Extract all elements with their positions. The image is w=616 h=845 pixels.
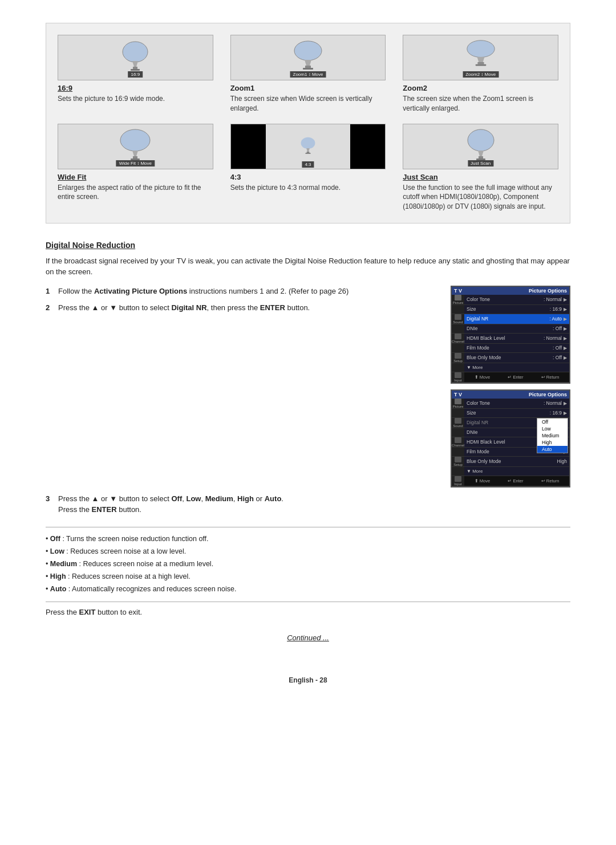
mode-image-16-9: 16:9: [58, 35, 213, 80]
tv-menu-footer-1: ⬆ Move ↵ Enter ↩ Return: [464, 372, 569, 382]
page-footer: English - 28: [46, 676, 570, 684]
dropdown-low: Low: [537, 425, 568, 432]
mode-image-justscan: Just Scan: [403, 124, 558, 169]
option-off: • Off : Turns the screen noise reduction…: [46, 533, 570, 545]
mode-zoom1-title: Zoom1: [230, 84, 386, 92]
tv-menu-row-more: ▼ More: [452, 363, 569, 372]
svg-rect-8: [305, 66, 311, 68]
tv-sidebar-empty5: [452, 409, 464, 417]
svg-marker-2: [132, 61, 138, 67]
option-medium: • Medium : Reduces screen noise at a med…: [46, 558, 570, 570]
tv-menu-row: Picture Color Tone : Normal ▶: [452, 295, 569, 305]
tv-menu-row: Setup Blue Only Mode : Off ▶: [452, 353, 569, 363]
tv-menu-content: Color Tone : Normal ▶: [464, 295, 569, 304]
tv-label-1: T V: [454, 288, 462, 294]
exit-text: Press the EXIT button to exit.: [46, 608, 570, 616]
tv-menu-content: Digital NR : Auto ▶: [464, 314, 569, 324]
step-1: 1 Follow the Activating Picture Options …: [46, 286, 439, 297]
footer-text: English - 28: [289, 676, 327, 684]
option-auto: • Auto : Automatically recognizes and re…: [46, 583, 570, 595]
svg-rect-4: [131, 69, 140, 71]
step-3-num: 3: [46, 493, 56, 515]
tv-menus: T V Picture Options Picture Color Tone: [451, 286, 570, 488]
tv-sidebar-input2: Input: [452, 476, 464, 486]
mode-item-zoom2: Zoom2 ↕ Move Zoom2 The screen size when …: [403, 35, 558, 113]
step-3-text-container: 3 Press the ▲ or ▼ button to select Off,…: [46, 493, 570, 521]
tv-menu-content: ▼ More: [464, 467, 569, 476]
tv-sidebar-empty8: [452, 467, 464, 476]
tv-menu-content: Size : 16:9 ▶: [464, 305, 569, 314]
tv-menu-row: Channel HDMI Black Level : Normal ▶: [452, 334, 569, 344]
mode-16-9-desc: Sets the picture to 16:9 wide mode.: [58, 94, 213, 104]
option-high: • High : Reduces screen noise at a high …: [46, 571, 570, 582]
mode-zoom1-bar: Zoom1 ↕ Move: [290, 71, 326, 78]
options-section: • Off : Turns the screen noise reduction…: [46, 527, 570, 602]
svg-rect-23: [305, 153, 310, 154]
tv-menu-row: Setup Blue Only Mode High: [452, 457, 569, 467]
tv-sidebar-empty4: [452, 363, 464, 372]
footer-enter: ↵ Enter: [508, 373, 523, 381]
tv-sidebar-picture2: Picture: [452, 399, 464, 408]
modes-grid: 16:9 16:9 Sets the picture to 16:9 wide …: [58, 35, 558, 212]
step-1-num: 1: [46, 286, 56, 297]
page-content: 16:9 16:9 Sets the picture to 16:9 wide …: [46, 23, 570, 684]
tv-sidebar-empty3: [452, 344, 464, 352]
steps-container: 1 Follow the Activating Picture Options …: [46, 286, 570, 488]
svg-marker-12: [477, 56, 484, 62]
footer-return-2: ↩ Return: [541, 477, 560, 485]
tv-sidebar-setup: Setup: [452, 353, 464, 363]
svg-rect-3: [133, 67, 137, 69]
tv-menu-2-header: T V Picture Options: [452, 391, 569, 399]
mode-image-zoom1: Zoom1 ↕ Move: [230, 35, 386, 80]
tv-sidebar-empty6: [452, 428, 464, 437]
svg-marker-17: [132, 151, 138, 156]
options-label-2: Picture Options: [529, 392, 567, 397]
footer-return: ↩ Return: [541, 373, 560, 381]
svg-rect-22: [307, 151, 310, 152]
tv-menu-content: Blue Only Mode High: [464, 457, 569, 466]
tv-sidebar-channel: Channel: [452, 334, 464, 343]
svg-rect-14: [475, 64, 486, 66]
dropdown-auto: Auto: [537, 446, 568, 453]
section-title: Digital Noise Reduction: [46, 241, 570, 250]
mode-43-desc: Sets the picture to 4:3 normal mode.: [230, 183, 386, 193]
tv-menu-row: Picture Color Tone : Normal ▶: [452, 399, 569, 409]
svg-rect-18: [133, 156, 137, 159]
dropdown-off: Off: [537, 419, 568, 425]
mode-widefit-title: Wide Fit: [58, 173, 213, 181]
tv-menu-content: Size : 16:9 ▶: [464, 409, 569, 417]
tv-menu-content: Film Mode : Off ▶: [464, 344, 569, 352]
mode-16-9-bar: 16:9: [128, 71, 143, 78]
footer-move-2: ⬆ Move: [475, 477, 490, 485]
step-3-row: 3 Press the ▲ or ▼ button to select Off,…: [46, 493, 570, 521]
mode-justscan-title: Just Scan: [403, 173, 558, 181]
tv-sidebar-empty2: [452, 324, 464, 333]
svg-marker-26: [478, 151, 484, 156]
tv-sidebar-channel2: Channel: [452, 437, 464, 447]
tv-menu-row: Film Mode : Off ▶: [452, 344, 569, 353]
tv-menu-content: DNIe : Off ▶: [464, 324, 569, 333]
dropdown-high: High: [537, 439, 568, 446]
mode-zoom1-desc: The screen size when Wide screen is vert…: [230, 94, 386, 113]
tv-label-2: T V: [454, 392, 462, 397]
svg-marker-7: [305, 60, 311, 66]
mode-justscan-desc: Use the function to see the full image w…: [403, 183, 558, 212]
tv-menu-footer-2: ⬆ Move ↵ Enter ↩ Return: [464, 476, 569, 486]
tv-menu-row-more2: ▼ More: [452, 467, 569, 476]
step-2-num: 2: [46, 302, 56, 314]
tv-menu-content: Color Tone : Normal ▶: [464, 399, 569, 408]
mode-43-bar: 4:3: [302, 161, 314, 168]
mode-image-widefit: Wide Fit ↕ Move: [58, 124, 213, 169]
tv-menu-content: HDMI Black Level : Normal ▶: [464, 334, 569, 343]
mode-item-16-9: 16:9 16:9 Sets the picture to 16:9 wide …: [58, 35, 213, 113]
tv-sidebar-empty: [452, 305, 464, 314]
mode-item-justscan: Just Scan Just Scan Use the function to …: [403, 124, 558, 212]
mode-image-43: 4:3: [230, 124, 386, 169]
continued-line: Continued ...: [46, 633, 570, 642]
footer-move: ⬆ Move: [475, 373, 490, 381]
tv-menu-row-input2: Input ⬆ Move ↵ Enter ↩ Return: [452, 476, 569, 486]
option-low: • Low : Reduces screen noise at a low le…: [46, 546, 570, 557]
svg-rect-27: [479, 156, 483, 159]
mode-43-title: 4:3: [230, 173, 386, 181]
mode-widefit-bar: Wide Fit ↕ Move: [116, 160, 155, 166]
